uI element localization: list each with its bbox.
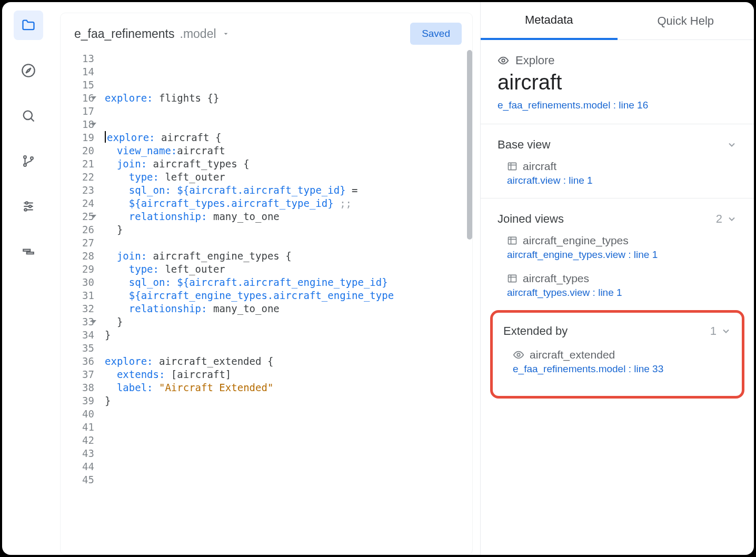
svg-point-0 — [22, 64, 34, 76]
svg-point-4 — [24, 156, 26, 158]
metadata-item-name: aircraft_extended — [513, 349, 731, 361]
nav-search[interactable] — [14, 101, 43, 131]
metadata-item-location-link[interactable]: e_faa_refinements.model : line 33 — [513, 363, 731, 375]
section-count: 2 — [716, 212, 727, 226]
chevron-down-icon — [727, 140, 737, 150]
svg-point-12 — [24, 208, 26, 211]
metadata-item-location-link[interactable]: aircraft.view : line 1 — [507, 175, 737, 186]
layout-icon — [22, 245, 35, 258]
section-extended-by-items: aircraft_extendede_faa_refinements.model… — [498, 346, 737, 375]
metadata-item-name: aircraft_types — [507, 272, 737, 285]
section-joined-views[interactable]: Joined views 2 — [498, 212, 737, 226]
nav-sliders[interactable] — [14, 192, 43, 221]
code-content[interactable]: explore: flights {}explore: aircraft { v… — [100, 50, 472, 554]
search-icon — [21, 108, 36, 123]
svg-point-2 — [24, 111, 32, 120]
explore-icon — [513, 349, 524, 361]
object-title: aircraft — [498, 71, 737, 94]
svg-rect-22 — [509, 275, 516, 282]
nav-compass[interactable] — [14, 56, 43, 85]
folder-icon — [21, 18, 36, 33]
object-location-link[interactable]: e_faa_refinements.model : line 16 — [498, 100, 737, 111]
svg-point-5 — [24, 164, 26, 166]
view-icon — [507, 235, 518, 246]
section-label: Extended by — [503, 324, 568, 338]
chevron-down-icon — [721, 326, 731, 336]
metadata-item-name: aircraft — [507, 160, 737, 173]
sliders-icon — [22, 200, 35, 213]
left-nav-rail — [2, 2, 55, 555]
file-base: e_faa_refinements — [74, 27, 175, 41]
svg-point-25 — [517, 353, 520, 356]
section-base-view-items: aircraftaircraft.view : line 1 — [498, 160, 737, 186]
metadata-item-location-link[interactable]: aircraft_engine_types.view : line 1 — [507, 249, 737, 261]
git-branch-icon — [22, 154, 35, 168]
nav-git[interactable] — [14, 146, 43, 176]
metadata-item-location-link[interactable]: aircraft_types.view : line 1 — [507, 287, 737, 299]
svg-rect-13 — [23, 250, 30, 251]
view-icon — [507, 161, 518, 172]
svg-rect-16 — [509, 163, 516, 170]
section-extended-by[interactable]: Extended by 1 — [498, 324, 737, 338]
svg-marker-1 — [26, 68, 31, 73]
metadata-item: aircraft_engine_typesaircraft_engine_typ… — [507, 234, 737, 261]
file-ext: .model — [180, 27, 216, 41]
svg-line-3 — [31, 118, 34, 122]
section-count: 1 — [710, 324, 721, 338]
save-status-button[interactable]: Saved — [410, 23, 462, 45]
divider — [481, 198, 754, 198]
section-base-view[interactable]: Base view — [498, 138, 737, 152]
nav-layout[interactable] — [14, 237, 43, 266]
divider — [481, 124, 754, 124]
section-joined-views-items: aircraft_engine_typesaircraft_engine_typ… — [498, 234, 737, 299]
metadata-item: aircraftaircraft.view : line 1 — [507, 160, 737, 186]
line-number-gutter: 1314151617181920212223242526272829303132… — [61, 50, 100, 554]
view-icon — [507, 273, 518, 284]
explore-icon — [498, 55, 509, 66]
metadata-item-name: aircraft_engine_types — [507, 234, 737, 247]
svg-point-15 — [502, 59, 505, 62]
svg-point-11 — [29, 205, 31, 207]
section-label: Joined views — [498, 212, 564, 226]
editor-panel: e_faa_refinements.model Saved 1314151617… — [55, 2, 480, 555]
chevron-down-icon — [727, 214, 737, 224]
tab-quick-help[interactable]: Quick Help — [618, 2, 754, 40]
svg-rect-19 — [509, 237, 516, 244]
section-label: Base view — [498, 138, 550, 152]
extended-by-highlight: Extended by 1 aircraft_extendede_faa_ref… — [490, 310, 744, 399]
svg-rect-14 — [27, 252, 34, 254]
code-editor[interactable]: 1314151617181920212223242526272829303132… — [61, 50, 472, 554]
svg-point-6 — [31, 157, 33, 160]
metadata-item: aircraft_extendede_faa_refinements.model… — [513, 349, 731, 375]
nav-folder[interactable] — [14, 11, 43, 40]
object-kind: Explore — [515, 54, 555, 67]
metadata-panel: Metadata Quick Help Explore aircraft e_f… — [480, 2, 754, 555]
metadata-item: aircraft_typesaircraft_types.view : line… — [507, 272, 737, 299]
file-name-dropdown[interactable]: e_faa_refinements.model — [74, 27, 230, 41]
svg-point-10 — [26, 202, 28, 204]
chevron-down-icon — [222, 29, 230, 38]
compass-icon — [21, 63, 36, 78]
tab-metadata[interactable]: Metadata — [481, 2, 618, 40]
